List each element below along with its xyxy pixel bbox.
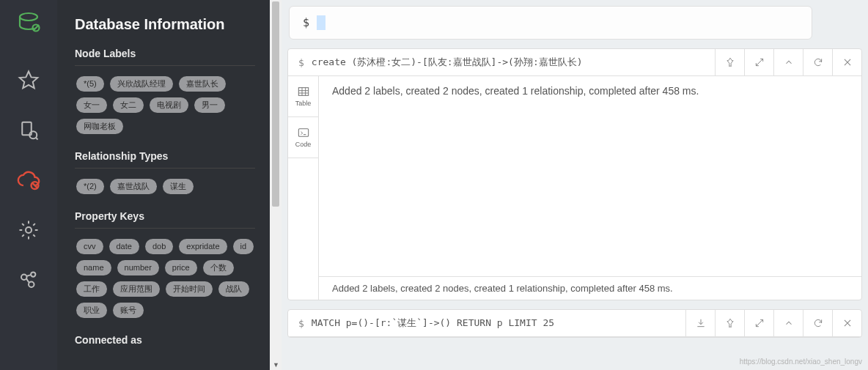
svg-line-11 — [26, 278, 29, 283]
property-key-chip[interactable]: name — [76, 260, 111, 275]
node-label-chip[interactable]: 网咖老板 — [76, 119, 123, 134]
relationship-type-chip[interactable]: 谋生 — [163, 179, 194, 194]
property-key-chip[interactable]: dob — [145, 239, 173, 254]
cmd-prompt: $ — [298, 318, 304, 329]
result-frame-1: $ create (苏沐橙:女二)-[队友:嘉世战队]->(孙翔:嘉世队长) T… — [287, 48, 862, 300]
property-keys-section: Property Keys cvvdatedobexpridateidnamen… — [75, 210, 255, 318]
collapse-up-button[interactable] — [773, 49, 803, 75]
neo4j-logo — [16, 9, 41, 37]
relationship-type-chip[interactable]: *(2) — [76, 179, 104, 194]
property-keys-heading: Property Keys — [75, 210, 255, 222]
node-labels-section: Node Labels *(5)兴欣战队经理嘉世队长女一女二电视剧男一网咖老板 — [75, 48, 255, 134]
svg-point-9 — [31, 272, 35, 276]
icon-rail — [0, 0, 57, 370]
svg-line-12 — [26, 275, 31, 276]
code-tab[interactable]: Code — [288, 117, 318, 158]
rail-favorites[interactable] — [0, 56, 57, 106]
result-frame-2: $ MATCH p=()-[r:`谋生`]->() RETURN p LIMIT… — [287, 309, 862, 338]
node-labels-heading: Node Labels — [75, 48, 255, 59]
sidebar-scrollbar[interactable]: ▼ — [270, 0, 282, 370]
query-bar: $ — [287, 6, 862, 40]
view-tabs: Table Code — [288, 76, 319, 300]
svg-point-7 — [26, 227, 32, 233]
svg-rect-14 — [298, 87, 308, 95]
scroll-down-arrow[interactable]: ▼ — [273, 361, 279, 369]
property-key-chip[interactable]: number — [117, 260, 159, 275]
node-label-chip[interactable]: 嘉世队长 — [179, 76, 226, 92]
frame-command[interactable]: $ create (苏沐橙:女二)-[队友:嘉世战队]->(孙翔:嘉世队长) — [288, 49, 715, 75]
svg-point-0 — [20, 13, 37, 21]
property-key-chip[interactable]: 开始时间 — [166, 281, 213, 297]
close-button[interactable] — [832, 49, 861, 75]
rail-about[interactable] — [0, 255, 57, 305]
relationship-types-heading: Relationship Types — [75, 150, 255, 162]
collapse-up-button[interactable] — [773, 310, 803, 336]
favorite-button[interactable] — [823, 13, 828, 32]
cmd-text: MATCH p=()-[r:`谋生`]->() RETURN p LIMIT 2… — [312, 317, 554, 330]
cmd-prompt: $ — [298, 57, 304, 68]
pin-button[interactable] — [715, 49, 744, 75]
scrollbar-thumb[interactable] — [272, 1, 279, 207]
property-key-chip[interactable]: id — [233, 239, 254, 254]
frame-header: $ create (苏沐橙:女二)-[队友:嘉世战队]->(孙翔:嘉世队长) — [288, 49, 861, 76]
connected-as-section: Connected as — [75, 334, 255, 346]
main-area: $ $ create (苏沐橙:女二)-[队友:嘉世战队]->(孙翔:嘉世队长) — [282, 0, 868, 370]
frame-command[interactable]: $ MATCH p=()-[r:`谋生`]->() RETURN p LIMIT… — [288, 310, 685, 336]
expand-button[interactable] — [744, 49, 773, 75]
property-key-chip[interactable]: expridate — [179, 239, 227, 254]
relationship-type-chip[interactable]: 嘉世战队 — [110, 179, 157, 194]
node-label-chip[interactable]: 兴欣战队经理 — [110, 76, 173, 92]
divider — [75, 168, 255, 169]
property-key-chip[interactable]: 职业 — [76, 303, 107, 318]
property-key-chip[interactable]: 工作 — [76, 281, 107, 297]
table-tab-label: Table — [295, 100, 312, 107]
divider — [75, 228, 255, 229]
frame-header: $ MATCH p=()-[r:`谋生`]->() RETURN p LIMIT… — [288, 310, 861, 337]
property-key-chip[interactable]: price — [165, 260, 197, 275]
svg-rect-19 — [298, 128, 308, 136]
rerun-button[interactable] — [803, 310, 832, 336]
connected-as-heading: Connected as — [75, 334, 255, 346]
pin-button[interactable] — [715, 310, 744, 336]
cmd-text: create (苏沐橙:女二)-[队友:嘉世战队]->(孙翔:嘉世队长) — [312, 56, 583, 69]
frame-content: Added 2 labels, created 2 nodes, created… — [319, 76, 861, 300]
node-label-chip[interactable]: 男一 — [194, 97, 225, 113]
code-tab-label: Code — [295, 141, 312, 148]
run-button[interactable] — [855, 13, 861, 32]
divider — [75, 65, 255, 66]
close-button[interactable] — [832, 310, 861, 336]
database-info-panel: Database Information Node Labels *(5)兴欣战… — [57, 0, 270, 370]
frame-footer: Added 2 labels, created 2 nodes, created… — [319, 276, 861, 300]
clear-button[interactable] — [839, 13, 845, 32]
expand-button[interactable] — [744, 310, 773, 336]
property-key-chip[interactable]: 个数 — [203, 260, 234, 275]
property-key-chip[interactable]: 战队 — [218, 281, 249, 297]
svg-line-4 — [36, 138, 38, 140]
download-button[interactable] — [685, 310, 715, 336]
text-cursor — [317, 15, 326, 30]
node-label-chip[interactable]: 女二 — [113, 97, 144, 113]
rail-settings[interactable] — [0, 205, 57, 255]
property-key-chip[interactable]: 应用范围 — [113, 281, 160, 297]
node-label-chip[interactable]: *(5) — [76, 76, 104, 92]
input-prompt: $ — [303, 16, 309, 29]
watermark: https://blog.csdn.net/xiao_shen_longv — [740, 358, 862, 366]
result-text: Added 2 labels, created 2 nodes, created… — [319, 76, 861, 276]
property-key-chip[interactable]: 账号 — [113, 303, 144, 318]
relationship-types-section: Relationship Types *(2)嘉世战队谋生 — [75, 150, 255, 194]
rail-documents[interactable] — [0, 106, 57, 155]
table-tab[interactable]: Table — [288, 76, 318, 117]
node-label-chip[interactable]: 电视剧 — [150, 97, 188, 113]
panel-title: Database Information — [75, 16, 255, 33]
node-label-chip[interactable]: 女一 — [76, 97, 107, 113]
property-key-chip[interactable]: cvv — [76, 239, 103, 254]
property-key-chip[interactable]: date — [109, 239, 139, 254]
svg-point-10 — [29, 282, 34, 288]
cypher-input[interactable]: $ — [289, 6, 812, 40]
rerun-button[interactable] — [803, 49, 832, 75]
rail-cloud-active[interactable] — [0, 155, 57, 205]
